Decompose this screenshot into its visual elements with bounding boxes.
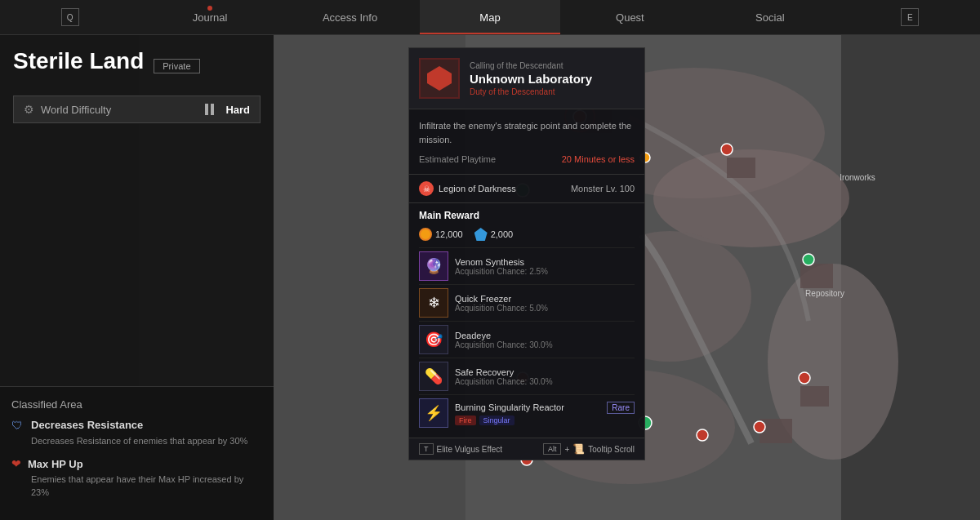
svg-text:Ironworks: Ironworks (840, 173, 875, 182)
crystal-value: 2,000 (491, 229, 514, 239)
reward-info-3: Safe Recovery Acquisition Chance: 30.0% (455, 367, 635, 386)
reward-thumb-1: ❄ (419, 288, 448, 318)
plus-sign: + (564, 445, 569, 454)
journal-dot (207, 6, 212, 11)
reward-item-3: 💊 Safe Recovery Acquisition Chance: 30.0… (419, 358, 635, 394)
reward-chance-1: Acquisition Chance: 5.0% (455, 304, 635, 313)
popup-header: Calling of the Descendant Unknown Labora… (409, 48, 644, 109)
reward-thumb-2: 🎯 (419, 325, 448, 354)
svg-point-18 (697, 429, 708, 441)
diff-bar-1 (205, 104, 208, 115)
footer-right: Alt + 📜 Tooltip Scroll (543, 443, 635, 455)
svg-text:Repository: Repository (805, 289, 844, 298)
svg-rect-10 (760, 419, 792, 443)
svg-point-16 (799, 372, 810, 384)
difficulty-value: Hard (225, 104, 250, 116)
mission-text: Calling of the Descendant Unknown Labora… (470, 61, 635, 96)
gold-value: 12,000 (435, 229, 463, 239)
mission-desc: Infiltrate the enemy's strategic point a… (419, 119, 635, 146)
mission-type: Duty of the Descendant (470, 87, 635, 96)
social-label: Social (755, 11, 784, 24)
journal-label: Journal (193, 11, 228, 24)
mission-category: Calling of the Descendant (470, 61, 635, 70)
elite-effect-label: Elite Vulgus Effect (437, 445, 503, 454)
map-label: Map (479, 11, 500, 24)
crystal-icon (474, 228, 488, 241)
difficulty-label: World Difficulty (41, 104, 198, 116)
private-badge: Private (154, 59, 199, 73)
gold-icon (419, 228, 432, 241)
hp-desc: Enemies that appear have their Max HP in… (11, 473, 262, 499)
svg-point-17 (754, 421, 765, 433)
e-icon: E (901, 8, 919, 26)
classified-area-box: Classified Area 🛡 Decreases Resistance D… (0, 386, 274, 520)
reward-thumb-0: 🔮 (419, 251, 448, 281)
reward-info-0: Venom Synthesis Acquisition Chance: 2.5% (455, 257, 635, 276)
reward-info-4: Burning Singularity Reactor Rare Fire Si… (455, 402, 635, 425)
reward-info-2: Deadeye Acquisition Chance: 30.0% (455, 331, 635, 349)
reward-chance-0: Acquisition Chance: 2.5% (455, 267, 635, 276)
reward-thumb-3: 💊 (419, 362, 448, 391)
playtime-label: Estimated Playtime (419, 154, 496, 164)
top-navigation: Q Journal Access Info Map Quest Social E (0, 0, 980, 35)
singular-badge: Singular (479, 416, 514, 425)
reward-info-1: Quick Freezer Acquisition Chance: 5.0% (455, 294, 635, 313)
svg-rect-7 (727, 158, 755, 178)
rewards-section: Main Reward 12,000 2,000 🔮 Venom Synthes… (409, 203, 644, 438)
nav-map[interactable]: Map (420, 0, 559, 34)
nav-access-info[interactable]: Access Info (280, 0, 420, 34)
reward-chance-2: Acquisition Chance: 30.0% (455, 340, 635, 349)
difficulty-row: ⚙ World Difficulty Hard (13, 96, 261, 123)
svg-rect-9 (800, 386, 829, 407)
enemy-level: Monster Lv. 100 (571, 184, 635, 193)
nav-journal[interactable]: Journal (140, 0, 279, 34)
classified-area-title: Classified Area (11, 398, 262, 411)
playtime-row: Estimated Playtime 20 Minutes or less (419, 154, 635, 164)
mission-icon-inner (427, 66, 452, 91)
enemy-icon: ☠ (419, 181, 434, 196)
mission-name: Unknown Laboratory (470, 72, 635, 86)
enemy-left: ☠ Legion of Darkness (419, 181, 516, 196)
reward-name-1: Quick Freezer (455, 294, 635, 304)
nav-e[interactable]: E (840, 0, 980, 34)
nav-quest[interactable]: Quest (560, 0, 700, 34)
t-key: T (419, 443, 434, 455)
reward-name-0: Venom Synthesis (455, 257, 635, 267)
reward-item-1: ❄ Quick Freezer Acquisition Chance: 5.0% (419, 284, 635, 321)
reward-item-4: ⚡ Burning Singularity Reactor Rare Fire … (419, 394, 635, 431)
reward-thumb-4: ⚡ (419, 398, 448, 428)
nav-social[interactable]: Social (700, 0, 840, 34)
reward-name-2: Deadeye (455, 331, 635, 340)
hp-title: Max HP Up (28, 458, 83, 470)
reward-chance-3: Acquisition Chance: 30.0% (455, 377, 635, 386)
enemy-name: Legion of Darkness (439, 184, 516, 193)
playtime-value: 20 Minutes or less (562, 154, 635, 164)
svg-point-15 (803, 254, 814, 265)
popup-body: Infiltrate the enemy's strategic point a… (409, 109, 644, 175)
mission-icon (419, 58, 460, 99)
resistance-desc: Decreases Resistance of enemies that app… (11, 435, 262, 447)
difficulty-icon: ⚙ (24, 103, 34, 116)
mission-popup: Calling of the Descendant Unknown Labora… (408, 47, 645, 460)
resistance-title: Decreases Resistance (31, 419, 143, 431)
tooltip-scroll-label: Tooltip Scroll (588, 445, 635, 454)
alt-key: Alt (543, 443, 562, 455)
enemy-row: ☠ Legion of Darkness Monster Lv. 100 (409, 175, 644, 203)
reward-name-4: Burning Singularity Reactor (455, 402, 564, 412)
popup-footer: T Elite Vulgus Effect Alt + 📜 Tooltip Sc… (409, 438, 644, 460)
fire-badge: Fire (455, 416, 476, 425)
classified-item-resistance: 🛡 Decreases Resistance Decreases Resista… (11, 419, 262, 447)
nav-q[interactable]: Q (0, 0, 140, 34)
heart-icon: ❤ (11, 457, 21, 470)
rewards-title: Main Reward (419, 210, 635, 221)
classified-item-hp: ❤ Max HP Up Enemies that appear have the… (11, 457, 262, 499)
access-info-label: Access Info (323, 11, 377, 24)
left-panel: Sterile Land Private ⚙ World Difficulty … (0, 35, 274, 520)
shield-icon: 🛡 (11, 419, 24, 432)
location-title: Sterile Land (13, 48, 144, 74)
svg-point-14 (721, 144, 733, 155)
quest-label: Quest (616, 11, 644, 24)
crystal-currency: 2,000 (474, 228, 514, 241)
diff-bar-2 (211, 104, 214, 115)
reward-item-0: 🔮 Venom Synthesis Acquisition Chance: 2.… (419, 247, 635, 284)
